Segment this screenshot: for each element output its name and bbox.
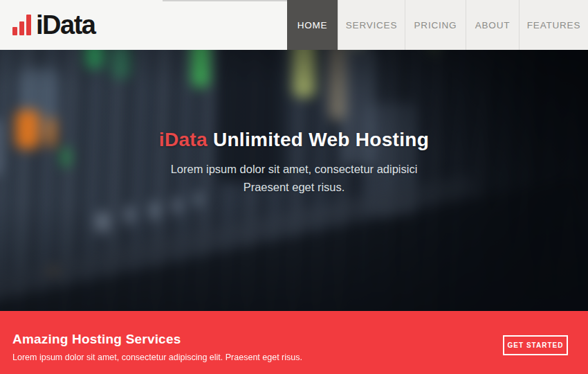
page: iData HOME SERVICES PRICING ABOUT FEATUR… [0,0,588,374]
hero-section: iData Unlimited Web Hosting Lorem ipsum … [0,50,588,311]
nav-item-services[interactable]: SERVICES [338,0,405,50]
hero-subtitle-line1: Lorem ipsum dolor sit amet, consectetur … [0,160,588,178]
header: iData HOME SERVICES PRICING ABOUT FEATUR… [0,0,588,50]
nav-item-home[interactable]: HOME [287,0,338,50]
hero-subtitle-line2: Praesent eget risus. [0,178,588,196]
hero-title-rest: Unlimited Web Hosting [208,129,429,150]
get-started-button[interactable]: GET STARTED [503,335,568,355]
bar-chart-icon [12,15,31,35]
hero-title-highlight: iData [159,129,208,150]
cta-heading: Amazing Hosting Services [12,332,181,347]
nav-item-features[interactable]: FEATURES [519,0,588,50]
brand-logo[interactable]: iData [12,0,95,50]
nav-item-about[interactable]: ABOUT [466,0,519,50]
hero-content: iData Unlimited Web Hosting Lorem ipsum … [0,50,588,311]
nav-item-pricing[interactable]: PRICING [405,0,466,50]
hero-subtitle: Lorem ipsum dolor sit amet, consectetur … [0,160,588,196]
cta-text: Lorem ipsum dolor sit amet, consectetur … [12,353,302,362]
main-nav: HOME SERVICES PRICING ABOUT FEATURES [287,0,588,50]
cta-bar: Amazing Hosting Services Lorem ipsum dol… [0,311,588,374]
hero-title: iData Unlimited Web Hosting [0,129,588,151]
brand-name: iData [36,10,95,40]
